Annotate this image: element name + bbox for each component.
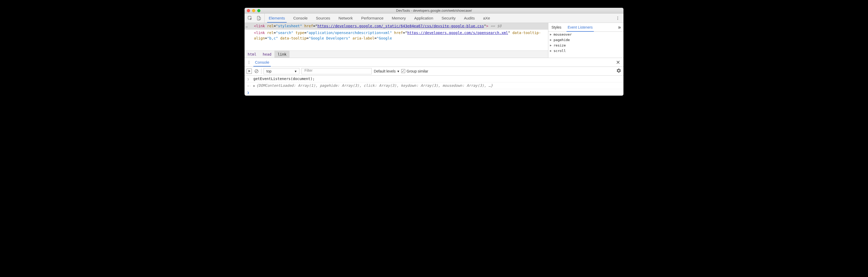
drawer-close-icon[interactable]: ✕	[614, 59, 622, 65]
log-levels-selector[interactable]: Default levels ▾	[374, 69, 399, 73]
console-input-row: ❯ getEventListeners(document);	[245, 75, 623, 82]
minimize-icon[interactable]	[252, 9, 255, 12]
context-label: top	[267, 69, 271, 73]
expand-triangle-icon: ▶	[550, 49, 553, 53]
tab-axe[interactable]: aXe	[479, 13, 494, 23]
tab-elements[interactable]: Elements	[265, 13, 289, 23]
clear-console-icon[interactable]	[254, 69, 259, 74]
drawer-tab-console[interactable]: Console	[252, 58, 272, 66]
console-output: ❯ getEventListeners(document); <· ▶{DOMC…	[245, 75, 623, 96]
event-item-pagehide[interactable]: ▶pagehide	[548, 37, 623, 42]
console-prompt-row[interactable]: ❯	[245, 89, 623, 96]
elements-panel: ⋯ <link rel="stylesheet" href="https://d…	[245, 23, 548, 58]
svg-rect-2	[259, 17, 261, 20]
window-title: DevTools - developers.google.com/web/sho…	[245, 8, 623, 12]
svg-point-5	[618, 19, 618, 20]
inspect-element-icon[interactable]	[246, 14, 254, 22]
devtools-tabstrip: ElementsConsoleSourcesNetworkPerformance…	[245, 13, 623, 23]
maximize-icon[interactable]	[257, 9, 260, 12]
event-item-mouseover[interactable]: ▶mouseover	[548, 32, 623, 37]
device-toolbar-icon[interactable]	[255, 14, 263, 22]
expand-triangle-icon[interactable]: ▶	[253, 84, 256, 88]
svg-point-8	[249, 63, 249, 64]
breadcrumb-item[interactable]: head	[259, 51, 275, 58]
chevron-down-icon: ▾	[397, 69, 399, 73]
main-panel: ⋯ <link rel="stylesheet" href="https://d…	[245, 23, 623, 58]
svg-point-6	[249, 61, 249, 61]
selection-marker: == $0	[488, 24, 502, 28]
ellipsis-icon[interactable]: ⋯	[246, 24, 248, 30]
checkbox-checked-icon: ✓	[401, 69, 405, 73]
event-item-scroll[interactable]: ▶scroll	[548, 48, 623, 54]
svg-line-10	[255, 70, 258, 72]
drawer-menu-icon[interactable]	[246, 61, 252, 64]
event-item-resize[interactable]: ▶resize	[548, 42, 623, 48]
input-prompt-icon: ❯	[247, 90, 251, 95]
href-link[interactable]: https://developers.google.com/s/opensear…	[407, 31, 508, 35]
group-similar-toggle[interactable]: ✓ Group similar	[401, 69, 428, 73]
dom-node-selected[interactable]: ⋯ <link rel="stylesheet" href="https://d…	[245, 23, 548, 30]
sidebar-tabs-more-icon[interactable]: »	[615, 24, 623, 30]
console-output-row: <· ▶{DOMContentLoaded: Array(1), pagehid…	[245, 82, 623, 89]
expand-triangle-icon: ▶	[550, 33, 553, 36]
filter-input[interactable]: Filter	[302, 68, 372, 74]
tabs: ElementsConsoleSourcesNetworkPerformance…	[265, 13, 494, 23]
titlebar: DevTools - developers.google.com/web/sho…	[245, 8, 623, 13]
tab-audits[interactable]: Audits	[460, 13, 479, 23]
context-selector[interactable]: top ▾	[264, 68, 299, 74]
console-command[interactable]: getEventListeners(document);	[253, 76, 621, 81]
window-controls	[245, 9, 260, 12]
console-settings-icon[interactable]	[616, 68, 621, 74]
event-listeners-list: ▶mouseover▶pagehide▶resize▶scroll	[548, 32, 623, 58]
show-console-sidebar-icon[interactable]	[247, 69, 252, 74]
tab-security[interactable]: Security	[437, 13, 460, 23]
sidebar-tabs: Styles Event Listeners »	[548, 23, 623, 32]
devtools-window: DevTools - developers.google.com/web/sho…	[245, 8, 623, 96]
tab-console[interactable]: Console	[289, 13, 312, 23]
sidebar-tab-styles[interactable]: Styles	[548, 23, 564, 31]
drawer-header: Console ✕	[245, 58, 623, 67]
chevron-down-icon: ▾	[295, 69, 297, 73]
sidebar: Styles Event Listeners » ▶mouseover▶page…	[548, 23, 623, 58]
input-prompt-icon: ❯	[247, 76, 251, 81]
svg-point-4	[618, 18, 618, 19]
tab-application[interactable]: Application	[410, 13, 437, 23]
more-menu-icon[interactable]	[614, 13, 621, 23]
expand-triangle-icon: ▶	[550, 38, 553, 41]
tab-sources[interactable]: Sources	[312, 13, 335, 23]
close-icon[interactable]	[247, 9, 250, 12]
tab-memory[interactable]: Memory	[388, 13, 410, 23]
console-toolbar: top ▾ Filter Default levels ▾ ✓ Group si…	[245, 67, 623, 75]
dom-node[interactable]: <link rel="search" type="application/ope…	[245, 30, 548, 42]
href-link[interactable]: https://developers.google.com/_static/64…	[317, 24, 484, 28]
breadcrumb-item[interactable]: html	[245, 51, 259, 58]
svg-point-7	[249, 62, 249, 62]
breadcrumb: html head link	[245, 51, 548, 58]
svg-point-3	[618, 17, 618, 17]
dom-tree[interactable]: ⋯ <link rel="stylesheet" href="https://d…	[245, 23, 548, 51]
console-drawer: Console ✕ top ▾ Filter Default levels ▾ …	[245, 58, 623, 96]
output-caret-icon: <·	[247, 84, 251, 88]
tab-network[interactable]: Network	[335, 13, 357, 23]
console-result[interactable]: ▶{DOMContentLoaded: Array(1), pagehide: …	[253, 84, 621, 88]
sidebar-tab-event-listeners[interactable]: Event Listeners	[564, 23, 596, 31]
tab-performance[interactable]: Performance	[357, 13, 388, 23]
breadcrumb-item-selected[interactable]: link	[274, 51, 289, 58]
toolbar-left	[245, 13, 265, 23]
expand-triangle-icon: ▶	[550, 44, 553, 47]
